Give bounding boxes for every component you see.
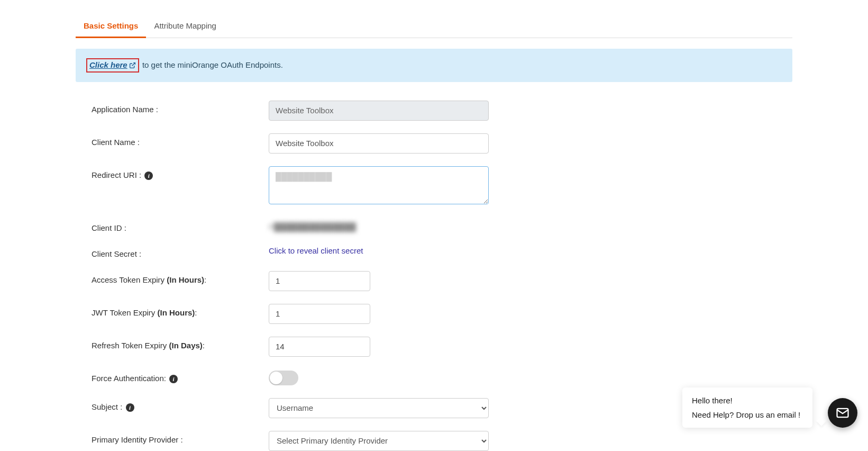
label-refresh-token-expiry: Refresh Token Expiry (In Days): [92, 337, 269, 350]
label-primary-idp: Primary Identity Provider : [92, 431, 269, 444]
client-id-value: F██████████████ [269, 219, 356, 231]
chat-greeting: Hello there! [692, 396, 803, 405]
tab-basic-settings[interactable]: Basic Settings [76, 16, 146, 38]
endpoints-info-alert: Click here to get the miniOrange OAuth E… [76, 49, 792, 82]
label-access-token-expiry: Access Token Expiry (In Hours): [92, 271, 269, 284]
label-force-authentication: Force Authentication: i [92, 369, 269, 383]
subject-select[interactable]: Username [269, 398, 489, 418]
click-here-link[interactable]: Click here [89, 60, 136, 69]
force-authentication-toggle[interactable] [269, 371, 298, 385]
tabs: Basic Settings Attribute Mapping [76, 16, 792, 38]
label-jwt-token-expiry: JWT Token Expiry (In Hours): [92, 304, 269, 317]
refresh-token-expiry-input[interactable] [269, 337, 370, 357]
reveal-client-secret-link[interactable]: Click to reveal client secret [269, 245, 363, 255]
application-name-input [269, 101, 489, 121]
mail-icon [835, 405, 850, 420]
info-icon[interactable]: i [126, 403, 134, 412]
access-token-expiry-input[interactable] [269, 271, 370, 291]
label-application-name: Application Name : [92, 101, 269, 114]
info-icon[interactable]: i [169, 375, 178, 383]
chat-popup: Hello there! Need Help? Drop us an email… [682, 387, 812, 428]
info-icon[interactable]: i [144, 172, 153, 180]
redirect-uri-input[interactable]: ██████████ [269, 166, 489, 204]
click-here-highlight: Click here [86, 58, 139, 73]
label-client-id: Client ID : [92, 219, 269, 232]
jwt-token-expiry-input[interactable] [269, 304, 370, 324]
label-client-name: Client Name : [92, 133, 269, 147]
alert-text: to get the miniOrange OAuth Endpoints. [140, 60, 283, 69]
chat-fab-button[interactable] [828, 398, 857, 428]
label-client-secret: Client Secret : [92, 245, 269, 258]
external-link-icon [129, 61, 136, 70]
label-subject: Subject : i [92, 398, 269, 412]
primary-idp-select[interactable]: Select Primary Identity Provider [269, 431, 489, 451]
tab-attribute-mapping[interactable]: Attribute Mapping [146, 16, 224, 38]
chat-help-text: Need Help? Drop us an email ! [692, 410, 803, 419]
label-redirect-uri: Redirect URI : i [92, 166, 269, 180]
client-name-input[interactable] [269, 133, 489, 154]
